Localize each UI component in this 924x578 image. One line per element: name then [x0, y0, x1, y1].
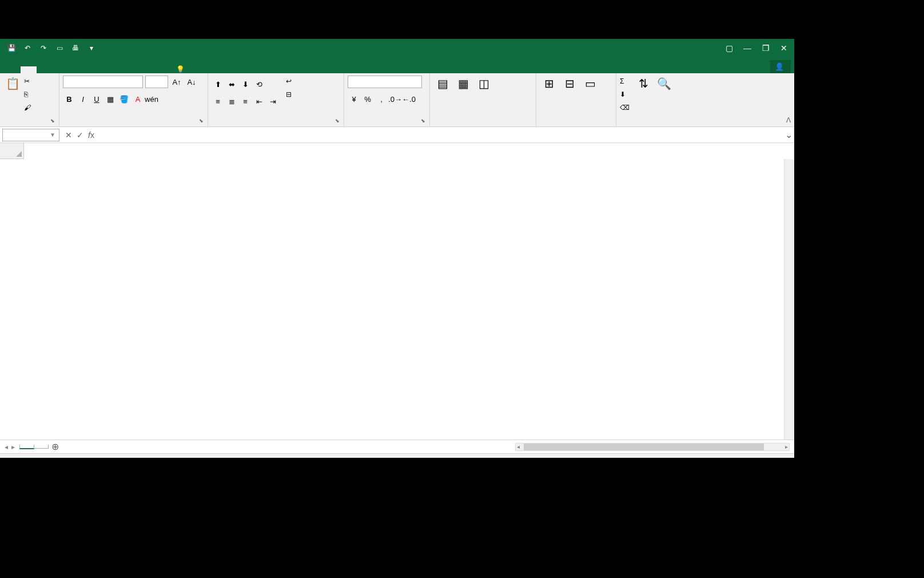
formula-input[interactable] — [100, 129, 783, 141]
qat-more-icon[interactable]: ▾ — [87, 43, 96, 53]
scroll-thumb[interactable] — [524, 444, 764, 450]
tab-data[interactable] — [85, 66, 101, 73]
cell-styles-icon: ◫ — [477, 77, 491, 90]
format-icon: ▭ — [583, 77, 597, 90]
autosum-button[interactable]: Σ — [620, 76, 632, 87]
name-box[interactable]: ▼ — [2, 129, 59, 141]
scroll-right-icon[interactable]: ▸ — [785, 444, 788, 450]
minimize-icon[interactable]: — — [740, 41, 754, 55]
fill-color-button[interactable]: 🪣 — [118, 93, 130, 105]
horizontal-scrollbar[interactable]: ◂ ▸ — [515, 443, 790, 451]
ribbon-options-icon[interactable]: ▢ — [722, 41, 736, 55]
qat-icon-5[interactable]: 🖶 — [71, 43, 80, 53]
share-button[interactable]: 👤 — [770, 60, 791, 73]
sort-icon: ⇅ — [636, 77, 650, 90]
percent-icon[interactable]: % — [361, 93, 374, 105]
align-middle-icon[interactable]: ⬌ — [225, 78, 238, 90]
share-icon: 👤 — [775, 62, 784, 71]
copy-icon: ⎘ — [24, 90, 28, 98]
align-right-icon[interactable]: ≡ — [239, 95, 252, 108]
insert-cells-button[interactable]: ⊞ — [540, 76, 558, 93]
number-launcher[interactable]: ⬊ — [421, 118, 428, 125]
tab-special[interactable] — [149, 66, 165, 73]
column-headers — [24, 143, 784, 159]
wrap-text-button[interactable]: ↩ — [286, 76, 294, 87]
align-bottom-icon[interactable]: ⬇ — [239, 78, 252, 90]
tab-review[interactable] — [101, 66, 117, 73]
add-sheet-button[interactable]: ⊕ — [48, 441, 62, 452]
tab-home[interactable] — [21, 66, 37, 73]
fill-button[interactable]: ⬇ — [620, 89, 632, 100]
enter-formula-icon[interactable]: ✓ — [77, 130, 83, 140]
orientation-icon[interactable]: ⟲ — [253, 78, 265, 90]
border-button[interactable]: ▦ — [104, 93, 117, 105]
find-select-button[interactable]: 🔍 — [655, 76, 673, 93]
cell-styles-button[interactable]: ◫ — [475, 76, 493, 93]
tab-file[interactable] — [5, 66, 21, 73]
align-left-icon[interactable]: ≡ — [212, 95, 224, 108]
number-format-select[interactable] — [348, 76, 422, 88]
table-format-button[interactable]: ▦ — [454, 76, 472, 93]
sheet-nav-next-icon[interactable]: ▸ — [11, 443, 15, 451]
cancel-formula-icon[interactable]: ✕ — [65, 130, 72, 140]
tab-page-layout[interactable] — [53, 66, 69, 73]
eraser-icon: ⌫ — [620, 104, 630, 112]
phonetic-button[interactable]: wén — [145, 93, 158, 105]
indent-dec-icon[interactable]: ⇤ — [253, 95, 265, 108]
cond-format-button[interactable]: ▤ — [433, 76, 452, 93]
font-launcher[interactable]: ⬊ — [199, 118, 206, 125]
font-size-select[interactable] — [145, 76, 168, 88]
fill-icon: ⬇ — [620, 90, 626, 98]
align-center-icon[interactable]: ≣ — [225, 95, 238, 108]
maximize-icon[interactable]: ❐ — [759, 41, 772, 55]
select-all-triangle[interactable] — [0, 143, 24, 159]
brush-icon: 🖌 — [24, 104, 31, 112]
format-cells-button[interactable]: ▭ — [581, 76, 599, 93]
format-painter-button[interactable]: 🖌 — [24, 102, 33, 113]
increase-font-icon[interactable]: A↑ — [170, 76, 183, 88]
close-icon[interactable]: ✕ — [777, 41, 791, 55]
sheet-tab-2[interactable] — [34, 445, 49, 449]
expand-formula-bar-icon[interactable]: ⌄ — [783, 129, 794, 140]
scroll-left-icon[interactable]: ◂ — [517, 444, 520, 450]
copy-button[interactable]: ⎘ — [24, 89, 33, 100]
qat-icon-4[interactable]: ▭ — [55, 43, 64, 53]
vertical-scrollbar[interactable] — [784, 159, 794, 440]
indent-inc-icon[interactable]: ⇥ — [266, 95, 279, 108]
group-cells: ⊞ ⊟ ▭ — [536, 73, 616, 126]
comma-icon[interactable]: , — [375, 93, 388, 105]
align-launcher[interactable]: ⬊ — [335, 118, 342, 125]
align-top-icon[interactable]: ⬆ — [212, 78, 224, 90]
fx-icon[interactable]: fx — [88, 130, 94, 140]
excel-window: 💾 ↶ ↷ ▭ 🖶 ▾ ▢ — ❐ ✕ 💡 — [0, 39, 794, 458]
font-color-button[interactable]: A — [132, 93, 144, 105]
italic-button[interactable]: I — [77, 93, 89, 105]
underline-button[interactable]: U — [90, 93, 103, 105]
paste-button[interactable]: 📋 — [3, 76, 22, 93]
dec-decimal-icon[interactable]: ←.0 — [403, 93, 415, 105]
wrap-icon: ↩ — [286, 77, 292, 85]
sheet-nav-prev-icon[interactable]: ◂ — [5, 443, 8, 451]
undo-icon[interactable]: ↶ — [23, 43, 32, 53]
tab-view[interactable] — [117, 66, 133, 73]
tell-me-search[interactable]: 💡 — [176, 65, 187, 73]
sheet-tab-1[interactable] — [19, 445, 34, 449]
accounting-icon[interactable]: ¥ — [348, 93, 360, 105]
tab-developer[interactable] — [133, 66, 149, 73]
sort-filter-button[interactable]: ⇅ — [634, 76, 652, 93]
font-family-select[interactable] — [63, 76, 143, 88]
delete-cells-button[interactable]: ⊟ — [560, 76, 579, 93]
tab-insert[interactable] — [37, 66, 53, 73]
clipboard-launcher[interactable]: ⬊ — [50, 118, 57, 125]
merge-center-button[interactable]: ⊟ — [286, 89, 294, 100]
tab-formulas[interactable] — [69, 66, 85, 73]
redo-icon[interactable]: ↷ — [39, 43, 48, 53]
clear-button[interactable]: ⌫ — [620, 102, 632, 113]
sheet-tab-bar: ◂ ▸ ⊕ ◂ ▸ — [0, 440, 794, 453]
inc-decimal-icon[interactable]: .0→ — [389, 93, 401, 105]
bold-button[interactable]: B — [63, 93, 75, 105]
collapse-ribbon-icon[interactable]: ᐱ — [786, 116, 791, 124]
save-icon[interactable]: 💾 — [7, 43, 16, 53]
decrease-font-icon[interactable]: A↓ — [185, 76, 198, 88]
cut-button[interactable]: ✂ — [24, 76, 33, 87]
